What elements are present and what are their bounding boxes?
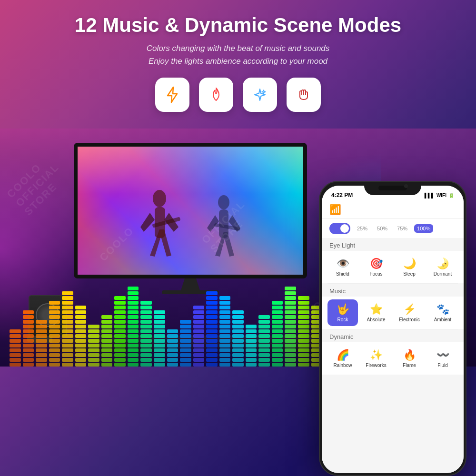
eq-bar — [128, 339, 139, 343]
eq-bar — [272, 348, 283, 352]
eq-column-20 — [272, 301, 283, 367]
eq-bar — [219, 348, 231, 352]
eq-bar — [23, 348, 34, 352]
dynamic-modes-item-0[interactable]: 🌈Rainbow — [327, 345, 358, 372]
eq-bar — [128, 320, 139, 324]
eq-bar — [219, 296, 231, 300]
phone-screen: 4:22 PM ▌▌▌ WiFi 🔋 📶 25% — [322, 186, 464, 473]
brightness-50[interactable]: 50% — [374, 224, 390, 233]
eq-bar — [246, 334, 257, 338]
eye-light-modes-item-0[interactable]: 👁️Shield — [327, 254, 358, 280]
eq-bar — [23, 325, 34, 328]
dynamic-modes-item-2[interactable]: 🔥Flame — [394, 345, 425, 372]
eq-bar — [193, 334, 205, 338]
eq-bar — [36, 325, 47, 328]
dynamic-modes-item-1[interactable]: ✨Fireworks — [361, 345, 391, 372]
eq-bar — [193, 310, 205, 314]
music-modes-item-2[interactable]: ⚡Electronic — [394, 299, 425, 326]
eq-bar — [298, 344, 309, 347]
eq-column-14 — [193, 306, 205, 367]
eq-bar — [154, 325, 165, 328]
eq-bar — [62, 334, 73, 338]
eq-bar — [167, 344, 178, 347]
eq-bar — [206, 301, 218, 305]
eq-bar — [232, 310, 244, 314]
eq-bar — [193, 363, 205, 367]
eq-bar — [101, 344, 113, 347]
eq-bar — [128, 301, 139, 305]
brightness-25[interactable]: 25% — [354, 224, 370, 233]
section-music-label: Music — [322, 284, 464, 297]
eq-bar — [285, 339, 296, 343]
eq-column-8 — [114, 296, 126, 367]
eq-bar — [140, 325, 152, 328]
eq-bar — [285, 301, 296, 305]
eq-bar — [101, 353, 113, 357]
eye-light-modes-item-3[interactable]: 🌛Dormant — [427, 254, 458, 280]
power-toggle[interactable] — [329, 223, 350, 234]
eq-bar — [140, 358, 152, 362]
eq-bar — [114, 358, 126, 362]
eq-bar — [180, 329, 191, 333]
eq-bar — [206, 344, 218, 347]
eq-bar — [114, 339, 126, 343]
brightness-100[interactable]: 100% — [414, 224, 433, 233]
brightness-75[interactable]: 75% — [394, 224, 410, 233]
eq-bar — [23, 310, 34, 314]
eye-light-modes-item-1[interactable]: 🎯Focus — [361, 254, 391, 280]
bluetooth-row: 📶 — [322, 201, 464, 218]
music-modes-item-3[interactable]: 🐾Ambient — [427, 299, 458, 326]
music-modes-icon-3: 🐾 — [436, 303, 449, 316]
eq-bar — [114, 325, 126, 328]
svg-marker-0 — [168, 87, 177, 102]
eq-bar — [232, 334, 244, 338]
dynamic-modes-icon-3: 〰️ — [436, 349, 449, 361]
music-modes-item-1[interactable]: ⭐Absolute — [361, 299, 391, 326]
eq-bar — [272, 353, 283, 357]
dynamic-modes-item-3[interactable]: 〰️Fluid — [427, 345, 458, 372]
eq-bar — [114, 306, 126, 309]
eq-bar — [219, 329, 231, 333]
dynamic-grid: 🌈Rainbow✨Fireworks🔥Flame〰️Fluid — [322, 342, 464, 375]
eq-bar — [154, 353, 165, 357]
music-modes-item-0[interactable]: 🤟Rock — [327, 299, 358, 326]
eq-bar — [219, 363, 231, 367]
eq-bar — [23, 363, 34, 367]
music-grid: 🤟Rock⭐Absolute⚡Electronic🐾Ambient — [322, 297, 464, 329]
phone-notch — [364, 182, 421, 195]
eq-bar — [36, 348, 47, 352]
eq-bar — [180, 320, 191, 324]
eq-bar — [10, 358, 21, 362]
top-section: 12 Music & Dynamic Scene Modes Colors ch… — [0, 0, 476, 117]
eq-bar — [49, 329, 60, 333]
eq-bar — [272, 363, 283, 367]
section-eye-light-label: Eye Light — [322, 238, 464, 251]
eq-column-22 — [298, 296, 309, 367]
eq-bar — [36, 353, 47, 357]
eq-bar — [285, 315, 296, 319]
guitarist-right-svg — [205, 194, 243, 270]
eq-bar — [246, 348, 257, 352]
icon-hand — [287, 78, 321, 112]
eq-bar — [88, 363, 99, 367]
eq-bar — [49, 325, 60, 328]
eq-bar — [49, 353, 60, 357]
eye-light-modes-icon-2: 🌙 — [403, 258, 416, 270]
eye-light-modes-item-2[interactable]: 🌙Sleep — [394, 254, 425, 280]
music-modes-icon-1: ⭐ — [370, 303, 383, 316]
icon-lightning — [155, 78, 189, 112]
brightness-row[interactable]: 25% 50% 75% 100% — [322, 219, 464, 238]
eq-column-21 — [285, 287, 296, 367]
eq-bar — [154, 334, 165, 338]
eq-bar — [128, 348, 139, 352]
status-time: 4:22 PM — [331, 192, 353, 198]
eq-bar — [75, 353, 87, 357]
eq-bar — [206, 329, 218, 333]
eq-bar — [36, 329, 47, 333]
eq-bar — [246, 344, 257, 347]
eq-bar — [62, 306, 73, 309]
eq-bar — [88, 325, 99, 328]
eq-column-18 — [246, 325, 257, 367]
music-modes-label-3: Ambient — [434, 317, 452, 322]
eq-column-0 — [10, 329, 21, 367]
